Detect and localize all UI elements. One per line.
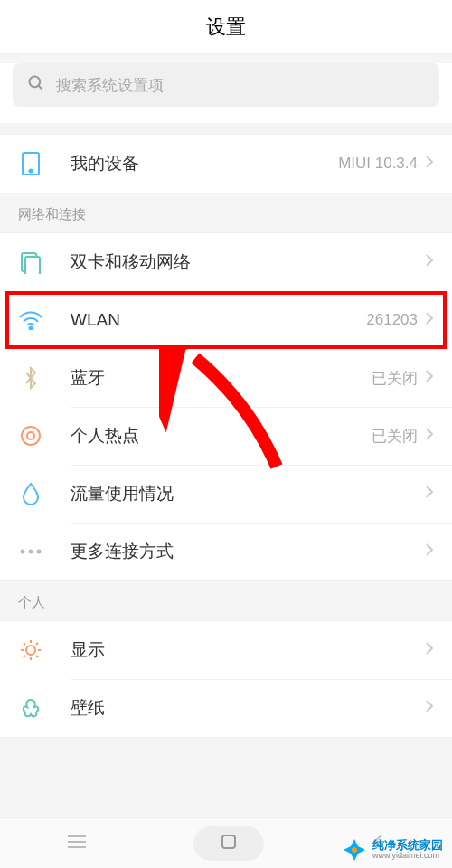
row-wlan[interactable]: WLAN 261203 (5, 291, 447, 349)
page-header: 设置 (0, 0, 452, 54)
spacer (0, 123, 452, 134)
phone-icon (18, 151, 43, 176)
flower-icon (18, 695, 43, 721)
row-sim-network[interactable]: 双卡和移动网络 (0, 233, 452, 291)
chevron-right-icon (425, 253, 434, 271)
row-label: 显示 (71, 638, 425, 662)
svg-point-7 (27, 432, 34, 439)
chevron-right-icon (425, 155, 434, 173)
row-label: WLAN (71, 310, 366, 330)
svg-point-0 (30, 77, 41, 88)
svg-line-20 (36, 643, 38, 645)
row-value: 已关闭 (372, 426, 418, 447)
row-display[interactable]: 显示 (0, 621, 452, 679)
watermark-url: www.yidaimei.com (372, 852, 443, 861)
nav-home-button[interactable] (193, 826, 264, 861)
svg-point-8 (22, 427, 40, 445)
svg-point-27 (352, 847, 357, 853)
row-more-connections[interactable]: 更多连接方式 (0, 523, 452, 580)
watermark-name: 纯净系统家园 (372, 839, 443, 852)
svg-point-9 (21, 550, 25, 554)
row-label: 流量使用情况 (71, 482, 425, 505)
row-wallpaper[interactable]: 壁纸 (0, 679, 452, 737)
row-bluetooth[interactable]: 蓝牙 已关闭 (0, 349, 452, 407)
chevron-right-icon (425, 485, 434, 503)
more-icon (18, 539, 43, 564)
svg-line-1 (39, 86, 42, 90)
row-label: 蓝牙 (71, 366, 372, 390)
row-value: MIUI 10.3.4 (338, 155, 418, 173)
hotspot-icon (18, 423, 43, 448)
search-bar[interactable]: 搜索系统设置项 (13, 63, 439, 107)
search-placeholder: 搜索系统设置项 (56, 75, 164, 96)
search-icon (27, 74, 45, 96)
page-title: 设置 (206, 14, 246, 41)
bluetooth-icon (18, 365, 43, 391)
nav-recents-button[interactable] (41, 827, 113, 860)
watermark-logo (342, 837, 367, 863)
svg-line-18 (36, 656, 38, 657)
watermark: 纯净系统家园 www.yidaimei.com (342, 837, 443, 863)
section-label-network: 网络和连接 (0, 193, 452, 232)
chevron-right-icon (425, 641, 434, 659)
row-label: 壁纸 (71, 696, 425, 720)
row-hotspot[interactable]: 个人热点 已关闭 (0, 407, 452, 465)
chevron-right-icon (425, 699, 434, 717)
svg-point-12 (26, 646, 35, 655)
svg-line-17 (24, 643, 25, 645)
svg-rect-26 (222, 835, 235, 848)
row-label: 我的设备 (71, 152, 338, 175)
svg-point-11 (37, 550, 42, 554)
chevron-right-icon (425, 542, 434, 561)
personal-section: 显示 壁纸 (0, 620, 452, 738)
sun-icon (18, 637, 43, 663)
row-label: 双卡和移动网络 (71, 250, 425, 274)
wifi-icon (18, 307, 43, 333)
row-data-usage[interactable]: 流量使用情况 (0, 465, 452, 523)
row-my-device[interactable]: 我的设备 MIUI 10.3.4 (0, 135, 452, 193)
sim-icon (18, 250, 43, 275)
row-value: 已关闭 (372, 368, 418, 389)
row-label: 更多连接方式 (71, 540, 425, 563)
chevron-right-icon (425, 427, 434, 445)
svg-rect-5 (25, 257, 40, 274)
section-label-personal: 个人 (0, 581, 452, 620)
device-section: 我的设备 MIUI 10.3.4 (0, 134, 452, 193)
svg-point-3 (30, 170, 33, 173)
svg-point-10 (29, 550, 33, 554)
row-value: 261203 (366, 311, 418, 329)
chevron-right-icon (425, 311, 434, 329)
svg-point-6 (30, 327, 33, 330)
svg-line-19 (24, 656, 25, 657)
droplet-icon (18, 481, 43, 506)
chevron-right-icon (425, 369, 434, 387)
network-section: 双卡和移动网络 WLAN 261203 蓝牙 已关闭 个人热点 已关闭 (0, 232, 452, 581)
row-label: 个人热点 (71, 424, 372, 448)
